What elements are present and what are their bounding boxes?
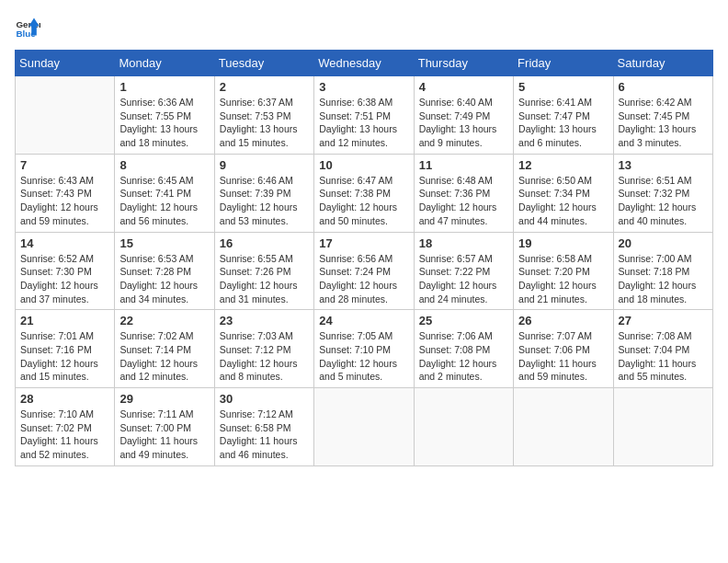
week-row-1: 1Sunrise: 6:36 AMSunset: 7:55 PMDaylight…: [16, 76, 713, 155]
day-info: Sunrise: 7:02 AMSunset: 7:14 PMDaylight:…: [119, 329, 209, 384]
day-info: Sunrise: 6:50 AMSunset: 7:34 PMDaylight:…: [518, 174, 608, 228]
week-row-3: 14Sunrise: 6:52 AMSunset: 7:30 PMDayligh…: [16, 232, 713, 310]
calendar-cell: 16Sunrise: 6:55 AMSunset: 7:26 PMDayligh…: [214, 232, 313, 310]
day-info: Sunrise: 6:47 AMSunset: 7:38 PMDaylight:…: [319, 174, 408, 228]
calendar-cell: 30Sunrise: 7:12 AMSunset: 6:58 PMDayligh…: [214, 388, 313, 466]
calendar-cell: 17Sunrise: 6:56 AMSunset: 7:24 PMDayligh…: [314, 232, 414, 310]
calendar-cell: 27Sunrise: 7:08 AMSunset: 7:04 PMDayligh…: [613, 310, 712, 388]
calendar-cell: 10Sunrise: 6:47 AMSunset: 7:38 PMDayligh…: [314, 154, 414, 232]
calendar-cell: 23Sunrise: 7:03 AMSunset: 7:12 PMDayligh…: [214, 310, 313, 388]
day-number: 27: [619, 314, 708, 327]
col-header-wednesday: Wednesday: [314, 51, 414, 76]
day-number: 4: [419, 80, 508, 94]
day-info: Sunrise: 6:48 AMSunset: 7:36 PMDaylight:…: [419, 174, 508, 228]
day-number: 18: [419, 236, 508, 250]
page-header: General Blue: [15, 15, 713, 40]
day-number: 19: [518, 236, 608, 250]
calendar-cell: 8Sunrise: 6:45 AMSunset: 7:41 PMDaylight…: [115, 154, 214, 232]
day-info: Sunrise: 7:03 AMSunset: 7:12 PMDaylight:…: [220, 329, 309, 384]
day-info: Sunrise: 6:57 AMSunset: 7:22 PMDaylight:…: [419, 252, 508, 306]
day-info: Sunrise: 6:36 AMSunset: 7:55 PMDaylight:…: [119, 96, 209, 150]
calendar-cell: [414, 388, 513, 466]
col-header-friday: Friday: [514, 51, 613, 76]
day-number: 1: [119, 80, 209, 94]
day-number: 3: [319, 80, 408, 94]
day-number: 28: [20, 392, 109, 406]
day-info: Sunrise: 7:07 AMSunset: 7:06 PMDaylight:…: [518, 329, 608, 384]
day-info: Sunrise: 7:08 AMSunset: 7:04 PMDaylight:…: [619, 329, 708, 384]
calendar-cell: [16, 76, 115, 155]
day-info: Sunrise: 6:58 AMSunset: 7:20 PMDaylight:…: [518, 252, 608, 306]
day-info: Sunrise: 6:53 AMSunset: 7:28 PMDaylight:…: [119, 252, 209, 306]
calendar-cell: 12Sunrise: 6:50 AMSunset: 7:34 PMDayligh…: [514, 154, 613, 232]
col-header-sunday: Sunday: [16, 51, 115, 76]
day-info: Sunrise: 6:40 AMSunset: 7:49 PMDaylight:…: [419, 96, 508, 150]
day-number: 29: [119, 392, 209, 406]
day-number: 26: [518, 314, 608, 327]
calendar-cell: 3Sunrise: 6:38 AMSunset: 7:51 PMDaylight…: [314, 76, 414, 155]
calendar-cell: [314, 388, 414, 466]
day-number: 6: [619, 80, 708, 94]
day-info: Sunrise: 6:46 AMSunset: 7:39 PMDaylight:…: [220, 174, 309, 228]
calendar-cell: 29Sunrise: 7:11 AMSunset: 7:00 PMDayligh…: [115, 388, 214, 466]
day-number: 5: [518, 80, 608, 94]
day-number: 10: [319, 158, 408, 172]
day-number: 16: [220, 236, 309, 250]
day-info: Sunrise: 6:51 AMSunset: 7:32 PMDaylight:…: [619, 174, 708, 228]
day-number: 15: [119, 236, 209, 250]
col-header-thursday: Thursday: [414, 51, 513, 76]
calendar-cell: 18Sunrise: 6:57 AMSunset: 7:22 PMDayligh…: [414, 232, 513, 310]
calendar-cell: 11Sunrise: 6:48 AMSunset: 7:36 PMDayligh…: [414, 154, 513, 232]
calendar-cell: [514, 388, 613, 466]
day-info: Sunrise: 6:41 AMSunset: 7:47 PMDaylight:…: [518, 96, 608, 150]
day-info: Sunrise: 7:00 AMSunset: 7:18 PMDaylight:…: [619, 252, 708, 306]
calendar-cell: 24Sunrise: 7:05 AMSunset: 7:10 PMDayligh…: [314, 310, 414, 388]
day-info: Sunrise: 6:52 AMSunset: 7:30 PMDaylight:…: [20, 252, 109, 306]
calendar-cell: [613, 388, 712, 466]
calendar-cell: 4Sunrise: 6:40 AMSunset: 7:49 PMDaylight…: [414, 76, 513, 155]
day-number: 25: [419, 314, 508, 327]
day-number: 22: [119, 314, 209, 327]
calendar-cell: 13Sunrise: 6:51 AMSunset: 7:32 PMDayligh…: [613, 154, 712, 232]
calendar-cell: 26Sunrise: 7:07 AMSunset: 7:06 PMDayligh…: [514, 310, 613, 388]
day-info: Sunrise: 7:01 AMSunset: 7:16 PMDaylight:…: [20, 329, 109, 384]
day-number: 11: [419, 158, 508, 172]
day-info: Sunrise: 6:37 AMSunset: 7:53 PMDaylight:…: [220, 96, 309, 150]
day-info: Sunrise: 7:11 AMSunset: 7:00 PMDaylight:…: [119, 408, 209, 462]
calendar-cell: 19Sunrise: 6:58 AMSunset: 7:20 PMDayligh…: [514, 232, 613, 310]
day-number: 30: [220, 392, 309, 406]
logo: General Blue: [15, 15, 44, 40]
day-info: Sunrise: 6:55 AMSunset: 7:26 PMDaylight:…: [220, 252, 309, 306]
day-info: Sunrise: 6:38 AMSunset: 7:51 PMDaylight:…: [319, 96, 408, 150]
day-info: Sunrise: 6:43 AMSunset: 7:43 PMDaylight:…: [20, 174, 109, 228]
calendar-cell: 20Sunrise: 7:00 AMSunset: 7:18 PMDayligh…: [613, 232, 712, 310]
calendar-cell: 15Sunrise: 6:53 AMSunset: 7:28 PMDayligh…: [115, 232, 214, 310]
calendar-cell: 1Sunrise: 6:36 AMSunset: 7:55 PMDaylight…: [115, 76, 214, 155]
day-info: Sunrise: 7:10 AMSunset: 7:02 PMDaylight:…: [20, 408, 109, 462]
calendar-cell: 7Sunrise: 6:43 AMSunset: 7:43 PMDaylight…: [16, 154, 115, 232]
day-info: Sunrise: 6:45 AMSunset: 7:41 PMDaylight:…: [119, 174, 209, 228]
day-number: 23: [220, 314, 309, 327]
day-number: 21: [20, 314, 109, 327]
calendar-cell: 22Sunrise: 7:02 AMSunset: 7:14 PMDayligh…: [115, 310, 214, 388]
calendar-cell: 28Sunrise: 7:10 AMSunset: 7:02 PMDayligh…: [16, 388, 115, 466]
calendar-cell: 6Sunrise: 6:42 AMSunset: 7:45 PMDaylight…: [613, 76, 712, 155]
calendar-cell: 14Sunrise: 6:52 AMSunset: 7:30 PMDayligh…: [16, 232, 115, 310]
day-number: 2: [220, 80, 309, 94]
day-number: 20: [619, 236, 708, 250]
col-header-tuesday: Tuesday: [214, 51, 313, 76]
day-number: 14: [20, 236, 109, 250]
day-number: 9: [220, 158, 309, 172]
day-number: 7: [20, 158, 109, 172]
week-row-5: 28Sunrise: 7:10 AMSunset: 7:02 PMDayligh…: [16, 388, 713, 466]
calendar-table: SundayMondayTuesdayWednesdayThursdayFrid…: [15, 50, 713, 466]
day-info: Sunrise: 7:12 AMSunset: 6:58 PMDaylight:…: [220, 408, 309, 462]
day-info: Sunrise: 7:05 AMSunset: 7:10 PMDaylight:…: [319, 329, 408, 384]
day-info: Sunrise: 6:42 AMSunset: 7:45 PMDaylight:…: [619, 96, 708, 150]
day-number: 17: [319, 236, 408, 250]
calendar-cell: 5Sunrise: 6:41 AMSunset: 7:47 PMDaylight…: [514, 76, 613, 155]
col-header-monday: Monday: [115, 51, 214, 76]
week-row-4: 21Sunrise: 7:01 AMSunset: 7:16 PMDayligh…: [16, 310, 713, 388]
day-number: 8: [119, 158, 209, 172]
calendar-cell: 9Sunrise: 6:46 AMSunset: 7:39 PMDaylight…: [214, 154, 313, 232]
